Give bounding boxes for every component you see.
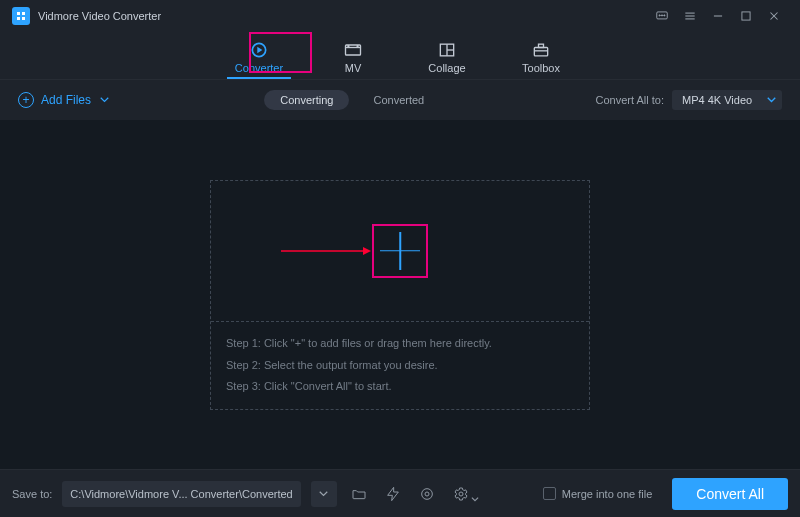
main-tabs: Converter MV Collage Toolbox <box>0 32 800 80</box>
svg-point-15 <box>348 46 349 47</box>
add-files-button[interactable]: + Add Files <box>18 92 109 108</box>
svg-rect-8 <box>742 12 750 20</box>
instructions: Step 1: Click "+" to add files or drag t… <box>211 322 589 408</box>
instruction-step: Step 2: Select the output format you des… <box>226 355 574 376</box>
convert-all-label: Convert All <box>696 486 764 502</box>
minimize-button[interactable] <box>704 2 732 30</box>
svg-marker-25 <box>387 487 398 500</box>
svg-point-27 <box>425 492 429 496</box>
svg-point-26 <box>421 488 432 499</box>
svg-marker-24 <box>363 247 371 255</box>
svg-point-28 <box>459 492 463 496</box>
output-path-box[interactable]: C:\Vidmore\Vidmore V... Converter\Conver… <box>62 481 300 507</box>
instruction-step: Step 3: Click "Convert All" to start. <box>226 376 574 397</box>
tab-label: Converter <box>235 62 283 74</box>
output-path-dropdown[interactable] <box>311 481 337 507</box>
toolbar: + Add Files Converting Converted Convert… <box>0 80 800 120</box>
tab-converter[interactable]: Converter <box>229 41 289 79</box>
svg-point-3 <box>664 15 665 16</box>
tab-mv[interactable]: MV <box>323 41 383 79</box>
checkbox-icon <box>543 487 556 500</box>
annotation-arrow <box>281 245 371 257</box>
app-title: Vidmore Video Converter <box>38 10 161 22</box>
add-files-label: Add Files <box>41 93 91 107</box>
titlebar: Vidmore Video Converter <box>0 0 800 32</box>
convert-all-to-label: Convert All to: <box>596 94 664 106</box>
svg-rect-20 <box>534 48 547 56</box>
settings-button[interactable] <box>449 482 473 506</box>
svg-marker-12 <box>257 47 262 54</box>
plus-circle-icon: + <box>18 92 34 108</box>
merge-checkbox[interactable]: Merge into one file <box>543 487 653 500</box>
output-path-value: C:\Vidmore\Vidmore V... Converter\Conver… <box>70 488 292 500</box>
merge-label: Merge into one file <box>562 488 653 500</box>
hardware-accel-button[interactable] <box>381 482 405 506</box>
convert-all-button[interactable]: Convert All <box>672 478 788 510</box>
footer: Save to: C:\Vidmore\Vidmore V... Convert… <box>0 469 800 517</box>
add-plus-icon <box>376 228 424 274</box>
tab-label: Toolbox <box>522 62 560 74</box>
converter-icon <box>249 41 269 59</box>
chevron-down-icon <box>100 97 109 103</box>
chevron-down-icon <box>767 97 776 103</box>
output-format-dropdown[interactable]: MP4 4K Video <box>672 90 782 110</box>
feedback-button[interactable] <box>648 2 676 30</box>
high-speed-button[interactable] <box>415 482 439 506</box>
tab-label: MV <box>345 62 362 74</box>
menu-button[interactable] <box>676 2 704 30</box>
subtab-converting[interactable]: Converting <box>264 90 349 110</box>
open-folder-button[interactable] <box>347 482 371 506</box>
svg-point-1 <box>659 15 660 16</box>
tab-label: Collage <box>428 62 465 74</box>
output-format-value: MP4 4K Video <box>682 94 752 106</box>
toolbox-icon <box>531 41 551 59</box>
dropzone-add-area[interactable] <box>211 181 589 323</box>
content-area: Step 1: Click "+" to add files or drag t… <box>0 120 800 469</box>
dropzone: Step 1: Click "+" to add files or drag t… <box>210 180 590 410</box>
tab-collage[interactable]: Collage <box>417 41 477 79</box>
mv-icon <box>343 41 363 59</box>
close-button[interactable] <box>760 2 788 30</box>
app-logo <box>12 7 30 25</box>
collage-icon <box>437 41 457 59</box>
subtab-converted[interactable]: Converted <box>357 90 440 110</box>
svg-point-2 <box>661 15 662 16</box>
save-to-label: Save to: <box>12 488 52 500</box>
maximize-button[interactable] <box>732 2 760 30</box>
instruction-step: Step 1: Click "+" to add files or drag t… <box>226 333 574 354</box>
tab-toolbox[interactable]: Toolbox <box>511 41 571 79</box>
svg-point-16 <box>357 46 358 47</box>
svg-rect-21 <box>539 44 544 47</box>
